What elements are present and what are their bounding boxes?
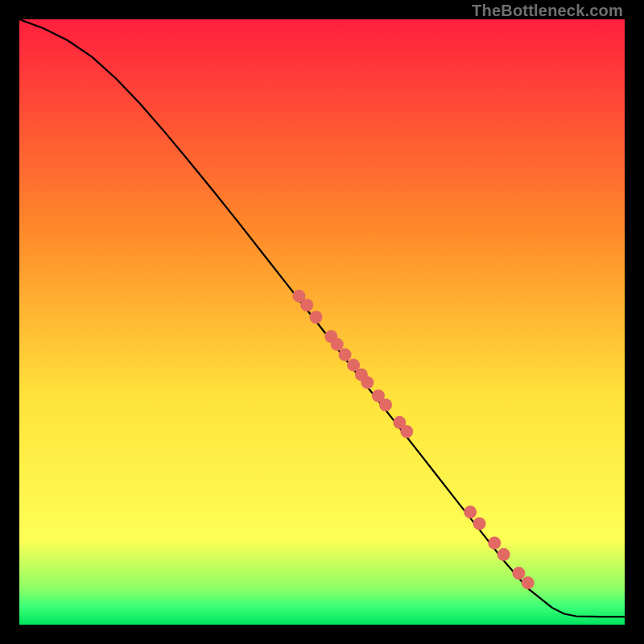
data-point [512,567,525,580]
chart-frame [19,19,625,625]
data-point [331,338,344,351]
data-point [400,425,413,438]
data-point [339,349,352,361]
data-point [464,506,477,518]
data-point [488,537,501,550]
data-point [310,311,323,324]
data-point [379,398,392,411]
data-point [361,376,374,389]
data-point [497,548,510,561]
chart-plot [19,19,625,625]
watermark-text: TheBottleneck.com [472,2,623,20]
data-point [300,299,313,312]
gradient-bg [19,19,625,625]
data-point [473,517,486,530]
data-point [522,576,535,589]
